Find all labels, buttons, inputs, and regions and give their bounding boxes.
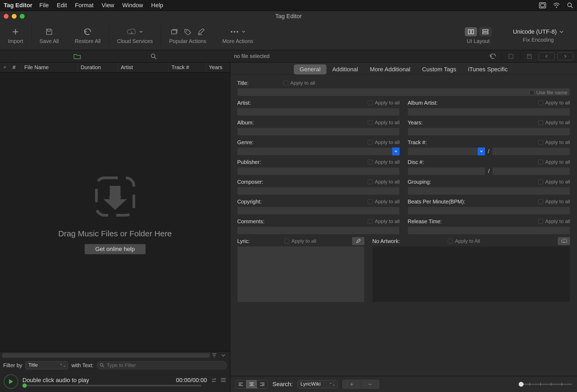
- col-track[interactable]: Track #: [169, 62, 206, 72]
- menu-help[interactable]: Help: [151, 2, 163, 9]
- popular-actions-button[interactable]: Popular Actions: [161, 21, 214, 50]
- search-icon[interactable]: [150, 53, 157, 60]
- menu-window[interactable]: Window: [122, 2, 143, 9]
- col-duration[interactable]: Duration: [78, 62, 118, 72]
- publisher-apply-all[interactable]: Apply to all: [368, 159, 400, 165]
- get-help-button[interactable]: Get online help: [85, 244, 146, 254]
- composer-input[interactable]: [237, 187, 400, 195]
- bpm-input[interactable]: [408, 207, 570, 215]
- genre-input[interactable]: [237, 147, 393, 155]
- artwork-box[interactable]: [372, 246, 570, 302]
- svg-point-2: [556, 7, 557, 8]
- repeat-icon[interactable]: [211, 378, 217, 383]
- layout-rows-button[interactable]: [479, 27, 492, 36]
- add-row-button[interactable]: +: [0, 64, 10, 70]
- artwork-apply-all[interactable]: Apply to All: [448, 238, 480, 244]
- track-dropdown-button[interactable]: [478, 147, 485, 155]
- artist-input[interactable]: [237, 108, 400, 116]
- window-close[interactable]: [4, 14, 9, 19]
- align-center-button[interactable]: [246, 380, 257, 388]
- minus-button[interactable]: −: [361, 380, 379, 389]
- align-right-button[interactable]: [257, 380, 267, 388]
- filter-input[interactable]: [97, 361, 227, 369]
- album-apply-all[interactable]: Apply to all: [368, 120, 400, 126]
- filter-field-select[interactable]: Title ⌃⌄: [25, 361, 68, 369]
- title-input[interactable]: [237, 88, 570, 96]
- search-source-select[interactable]: LyricWiki ⌃⌄: [298, 380, 338, 388]
- restore-all-button[interactable]: Restore All: [67, 21, 109, 50]
- col-filename[interactable]: File Name: [21, 62, 78, 72]
- edit-lyric-button[interactable]: [352, 237, 364, 245]
- release-time-input[interactable]: [408, 226, 570, 234]
- chevron-down-icon[interactable]: [219, 352, 228, 359]
- menu-edit[interactable]: Edit: [57, 2, 67, 9]
- disc-num-input[interactable]: [408, 167, 485, 175]
- album-artist-input[interactable]: [408, 108, 570, 116]
- col-artist[interactable]: Artist: [118, 62, 169, 72]
- lyric-apply-all[interactable]: Apply to all: [284, 238, 316, 244]
- stage-manager-icon[interactable]: [539, 2, 546, 8]
- title-apply-all[interactable]: Apply to all: [283, 80, 315, 86]
- prev-button[interactable]: [539, 52, 555, 60]
- wifi-icon[interactable]: [553, 3, 560, 8]
- menu-format[interactable]: Format: [75, 2, 94, 9]
- import-button[interactable]: Import: [0, 21, 31, 50]
- copyright-input[interactable]: [237, 207, 400, 215]
- tab-itunes[interactable]: iTunes Specific: [462, 64, 513, 75]
- disc-total-input[interactable]: [492, 167, 570, 175]
- align-left-button[interactable]: [235, 380, 246, 388]
- grouping-apply-all[interactable]: Apply to all: [538, 179, 570, 185]
- col-years[interactable]: Years: [206, 62, 230, 72]
- svg-line-20: [154, 57, 156, 59]
- composer-apply-all[interactable]: Apply to all: [368, 179, 400, 185]
- publisher-input[interactable]: [237, 167, 400, 175]
- window-zoom[interactable]: [20, 14, 25, 19]
- list-icon[interactable]: [220, 378, 226, 383]
- track-num-input[interactable]: [408, 147, 478, 155]
- next-button[interactable]: [557, 52, 573, 60]
- drop-zone[interactable]: Drag Music Files or Folder Here Get onli…: [0, 73, 230, 351]
- release-time-apply-all[interactable]: Apply to all: [538, 218, 570, 224]
- filter-icon[interactable]: [210, 352, 219, 359]
- tab-more-additional[interactable]: More Additional: [364, 64, 416, 75]
- hscrollbar[interactable]: [2, 353, 210, 358]
- window-minimize[interactable]: [12, 14, 17, 19]
- cloud-services-button[interactable]: Cloud Services: [109, 21, 161, 50]
- undo-button[interactable]: [487, 52, 498, 61]
- composer-label: Composer:: [237, 179, 263, 185]
- disc-apply-all[interactable]: Apply to all: [538, 159, 570, 165]
- play-button[interactable]: [4, 374, 18, 389]
- years-apply-all[interactable]: Apply to all: [538, 120, 570, 126]
- lyric-textarea[interactable]: [237, 246, 364, 302]
- comments-apply-all[interactable]: Apply to all: [368, 218, 400, 224]
- encoding-dropdown[interactable]: Unicode (UTF-8): [508, 28, 569, 35]
- tab-additional[interactable]: Additional: [326, 64, 364, 75]
- tab-custom-tags[interactable]: Custom Tags: [416, 64, 462, 75]
- folder-icon[interactable]: [73, 53, 81, 59]
- save-all-button[interactable]: Save All: [32, 21, 67, 50]
- layout-columns-button[interactable]: [465, 27, 477, 36]
- spotlight-icon[interactable]: [567, 2, 573, 9]
- more-actions-button[interactable]: More Actions: [214, 21, 261, 50]
- comments-input[interactable]: [237, 226, 400, 234]
- genre-dropdown-button[interactable]: [392, 147, 400, 155]
- bpm-apply-all[interactable]: Apply to all: [538, 199, 570, 205]
- genre-apply-all[interactable]: Apply to all: [368, 139, 400, 145]
- album-input[interactable]: [237, 128, 400, 136]
- menu-file[interactable]: File: [39, 2, 49, 9]
- album-artist-apply-all[interactable]: Apply to all: [538, 100, 570, 106]
- track-apply-all[interactable]: Apply to all: [538, 139, 570, 145]
- use-file-name[interactable]: Use file name: [529, 90, 567, 96]
- zoom-slider[interactable]: [519, 384, 572, 385]
- tab-general[interactable]: General: [294, 64, 326, 75]
- seek-bar[interactable]: [22, 385, 201, 386]
- grouping-input[interactable]: [408, 187, 570, 195]
- col-number[interactable]: #: [10, 62, 21, 72]
- download-artwork-button[interactable]: [558, 237, 570, 245]
- menu-view[interactable]: View: [102, 2, 114, 9]
- track-total-input[interactable]: [492, 147, 570, 155]
- artist-apply-all[interactable]: Apply to all: [368, 100, 400, 106]
- copyright-apply-all[interactable]: Apply to all: [368, 199, 400, 205]
- years-input[interactable]: [408, 128, 570, 136]
- plus-button[interactable]: +: [343, 380, 361, 389]
